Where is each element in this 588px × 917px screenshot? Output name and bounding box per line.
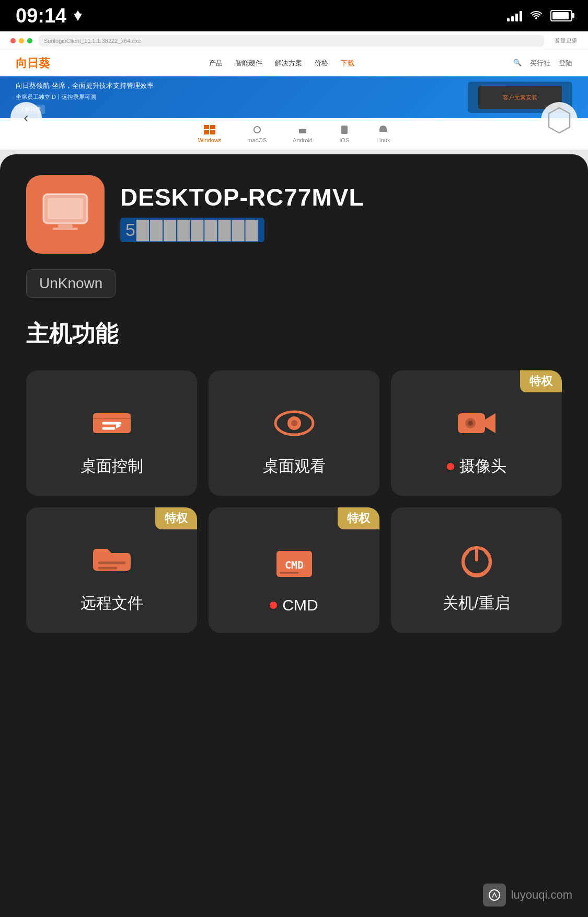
svg-rect-1 <box>210 125 215 129</box>
feature-card-cmd[interactable]: 特权 CMD CMD <box>209 507 379 633</box>
platform-tab-android[interactable]: Android <box>293 125 313 143</box>
nav-icons: 🔍 买行社 登陆 <box>513 59 572 68</box>
device-name: DESKTOP-RC77MVL <box>120 183 562 211</box>
windows-icon <box>204 125 215 136</box>
android-icon <box>297 125 308 136</box>
folder-icon <box>88 539 135 581</box>
desktop-view-icon <box>271 402 318 444</box>
desktop-control-icon <box>88 402 135 444</box>
platform-tab-windows[interactable]: Windows <box>198 125 222 143</box>
desktop-view-label: 桌面观看 <box>263 456 326 477</box>
battery-indicator <box>550 10 572 21</box>
device-header: DESKTOP-RC77MVL 5█████████ <box>26 175 562 254</box>
svg-rect-2 <box>204 130 209 134</box>
browser-url-bar: SunloginClient_11.1.1.38222_x64.exe <box>39 35 544 47</box>
camera-icon <box>453 402 500 444</box>
device-tag: UnKnown <box>26 269 116 298</box>
login-label: 登陆 <box>559 59 572 68</box>
svg-point-17 <box>468 421 473 426</box>
status-time: 09:14 <box>16 5 84 27</box>
svg-rect-10 <box>53 228 78 230</box>
monitor-icon <box>39 191 91 238</box>
search-icon: 🔍 <box>513 59 522 68</box>
wifi-icon <box>529 9 543 22</box>
browser-window-controls <box>10 38 32 43</box>
desktop-control-label-wrap: 桌面控制 <box>80 456 143 477</box>
time-display: 09:14 <box>16 5 66 27</box>
buy-label: 买行社 <box>530 59 550 68</box>
nav-bar: 向日葵 产品 智能硬件 解决方案 价格 下载 🔍 买行社 登陆 <box>0 50 588 76</box>
remote-file-privilege-badge: 特权 <box>155 507 197 529</box>
feature-card-shutdown[interactable]: 关机/重启 <box>391 507 562 633</box>
promo-banner: 向日葵领航·坐席，全面提升技术支持管理效率 坐席员工独立ID丨远控录屏可溯 了解… <box>0 76 588 118</box>
svg-rect-0 <box>204 125 209 129</box>
feature-card-desktop-view[interactable]: 桌面观看 <box>209 370 379 496</box>
camera-label: 摄像头 <box>459 456 506 477</box>
desktop-view-label-wrap: 桌面观看 <box>263 456 326 477</box>
promo-line2: 坐席员工独立ID丨远控录屏可溯 <box>16 93 154 102</box>
promo-badge-text: 客户元素安装 <box>503 94 537 101</box>
status-indicators <box>507 9 572 22</box>
svg-point-22 <box>489 890 500 900</box>
platform-tab-macos[interactable]: macOS <box>247 125 267 143</box>
platform-tab-ios[interactable]: iOS <box>339 125 350 143</box>
camera-status-dot <box>447 463 454 470</box>
cmd-status-dot <box>270 602 277 609</box>
cmd-label: CMD <box>282 596 318 614</box>
cmd-label-wrap: CMD <box>270 596 318 614</box>
camera-privilege-badge: 特权 <box>520 370 562 392</box>
power-icon <box>453 539 500 581</box>
device-id: 5█████████ <box>120 218 264 242</box>
nav-arrow-right[interactable] <box>541 102 578 139</box>
svg-text:CMD: CMD <box>284 559 303 571</box>
svg-point-5 <box>344 131 345 132</box>
cmd-icon: CMD <box>271 543 318 585</box>
macos-icon <box>251 125 263 136</box>
camera-label-wrap: 摄像头 <box>447 456 506 477</box>
device-panel: DESKTOP-RC77MVL 5█████████ UnKnown 主机功能 … <box>0 154 588 917</box>
features-grid: 桌面控制 桌面观看 特权 <box>26 370 562 633</box>
platform-tabs: Windows macOS Android iOS Linux <box>0 118 588 150</box>
feature-card-remote-file[interactable]: 特权 远程文件 <box>26 507 197 633</box>
nav-arrow-left[interactable]: ‹ <box>10 102 42 133</box>
nav-links: 产品 智能硬件 解决方案 价格 下载 <box>209 59 354 68</box>
watermark: luyouqi.com <box>483 884 572 907</box>
svg-rect-8 <box>48 198 83 219</box>
shutdown-label-wrap: 关机/重启 <box>443 593 510 614</box>
nav-logo: 向日葵 <box>16 55 50 71</box>
linux-icon <box>377 125 389 136</box>
device-info: DESKTOP-RC77MVL 5█████████ <box>120 175 562 242</box>
feature-card-desktop-control[interactable]: 桌面控制 <box>26 370 197 496</box>
svg-rect-3 <box>210 130 215 134</box>
promo-text: 向日葵领航·坐席，全面提升技术支持管理效率 坐席员工独立ID丨远控录屏可溯 <box>16 81 154 101</box>
watermark-text: luyouqi.com <box>511 888 572 902</box>
platform-tab-linux[interactable]: Linux <box>376 125 390 143</box>
ios-icon <box>339 125 350 136</box>
cmd-privilege-badge: 特权 <box>338 507 379 529</box>
desktop-control-label: 桌面控制 <box>80 456 143 477</box>
signal-bars <box>507 10 522 21</box>
section-title: 主机功能 <box>26 319 562 349</box>
device-icon <box>26 175 105 254</box>
svg-rect-9 <box>58 224 73 228</box>
remote-file-label: 远程文件 <box>80 593 143 614</box>
location-icon <box>72 9 84 22</box>
download-label: 音量更多 <box>555 37 578 44</box>
remote-file-label-wrap: 远程文件 <box>80 593 143 614</box>
svg-point-14 <box>291 420 297 426</box>
promo-line1: 向日葵领航·坐席，全面提升技术支持管理效率 <box>16 81 154 92</box>
shutdown-label: 关机/重启 <box>443 593 510 614</box>
status-bar: 09:14 <box>0 0 588 31</box>
browser-topbar: SunloginClient_11.1.1.38222_x64.exe 音量更多 <box>0 31 588 50</box>
watermark-icon <box>483 884 506 907</box>
feature-card-camera[interactable]: 特权 摄像头 <box>391 370 562 496</box>
